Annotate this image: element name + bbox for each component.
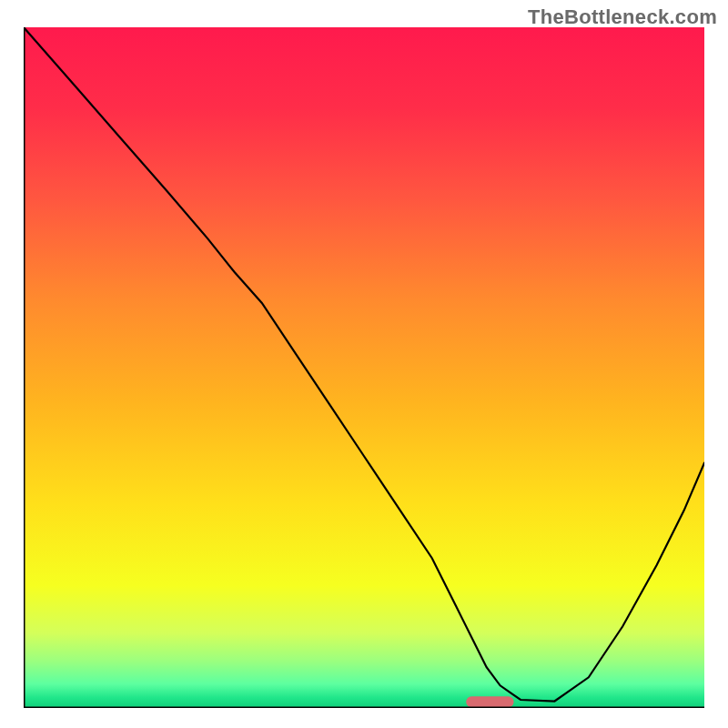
chart-plot-area	[24, 27, 704, 708]
optimal-range-marker	[466, 696, 513, 707]
gradient-background	[24, 27, 704, 708]
chart-container: TheBottleneck.com	[0, 0, 728, 728]
watermark-text: TheBottleneck.com	[528, 5, 717, 29]
chart-svg	[24, 27, 704, 708]
